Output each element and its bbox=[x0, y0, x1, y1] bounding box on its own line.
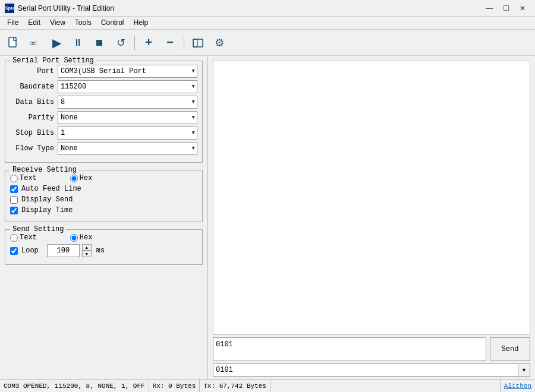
loop-checkbox[interactable] bbox=[10, 247, 18, 255]
baudrate-select-wrapper: 115200 9600 19200 38400 57600 bbox=[58, 80, 197, 93]
receive-display-area[interactable] bbox=[213, 61, 530, 335]
send-area: 0101 Send ▼ bbox=[213, 337, 530, 377]
alithon-link[interactable]: Alithon bbox=[501, 381, 535, 391]
new-doc-button[interactable] bbox=[4, 33, 24, 52]
combo-dropdown-button[interactable]: ▼ bbox=[518, 363, 530, 377]
flowtype-label: Flow Type bbox=[10, 144, 58, 153]
pause-button[interactable]: ⏸ bbox=[68, 33, 88, 52]
title-bar: Spu Serial Port Utility - Trial Edition … bbox=[0, 0, 535, 17]
port-row: Port COM3(USB Serial Port COM1 COM2 bbox=[10, 65, 197, 78]
serial-port-setting-title: Serial Port Setting bbox=[10, 56, 96, 65]
port-status-segment: COM3 OPENED, 115200, 8, NONE, 1, OFF bbox=[0, 380, 149, 392]
rx-status-text: Rx: 0 Bytes bbox=[153, 382, 196, 390]
port-select-wrapper: COM3(USB Serial Port COM1 COM2 bbox=[58, 65, 197, 78]
maximize-button[interactable]: ☐ bbox=[498, 3, 514, 14]
baudrate-label: Baudrate bbox=[10, 83, 58, 91]
receive-text-label: Text bbox=[20, 174, 37, 182]
send-button[interactable]: Send bbox=[490, 337, 530, 361]
parity-row: Parity None Odd Even Mark Space bbox=[10, 111, 197, 124]
send-text-radio-label[interactable]: Text bbox=[10, 233, 37, 242]
display-send-checkbox[interactable] bbox=[10, 196, 18, 204]
title-bar-controls: — ☐ ✕ bbox=[482, 3, 530, 14]
stopbits-row: Stop Bits 1 1.5 2 bbox=[10, 127, 197, 140]
parity-select-wrapper: None Odd Even Mark Space bbox=[58, 111, 197, 124]
stopbits-label: Stop Bits bbox=[10, 129, 58, 137]
tx-status-segment: Tx: 67,742 Bytes bbox=[200, 380, 270, 392]
receive-hex-radio-label[interactable]: Hex bbox=[70, 174, 93, 182]
auto-feed-label: Auto Feed Line bbox=[21, 185, 81, 193]
tx-status-text: Tx: 67,742 Bytes bbox=[203, 382, 266, 390]
display-time-label: Display Time bbox=[21, 206, 73, 214]
receive-hex-label: Hex bbox=[80, 174, 93, 182]
receive-text-radio[interactable] bbox=[10, 175, 18, 182]
display-send-label: Display Send bbox=[21, 195, 73, 204]
send-mode-group: Text Hex bbox=[10, 233, 92, 242]
settings-button[interactable]: ⚙ bbox=[209, 33, 229, 52]
menu-control[interactable]: Control bbox=[96, 18, 129, 28]
play-button[interactable]: ▶ bbox=[46, 33, 67, 52]
send-text-label: Text bbox=[20, 233, 37, 242]
send-text-radio[interactable] bbox=[10, 234, 18, 242]
flowtype-select[interactable]: None Hardware Software bbox=[58, 142, 197, 155]
databits-row: Data Bits 8 7 6 5 bbox=[10, 96, 197, 109]
main-content: Serial Port Setting Port COM3(USB Serial… bbox=[0, 56, 535, 379]
baudrate-row: Baudrate 115200 9600 19200 38400 57600 bbox=[10, 80, 197, 93]
port-select[interactable]: COM3(USB Serial Port COM1 COM2 bbox=[58, 65, 197, 78]
window-button[interactable] bbox=[188, 33, 208, 52]
loop-spin-buttons: ▲ ▼ bbox=[82, 244, 92, 257]
menu-view[interactable]: View bbox=[45, 18, 70, 28]
menu-tools[interactable]: Tools bbox=[70, 18, 96, 28]
databits-select[interactable]: 8 7 6 5 bbox=[58, 96, 197, 109]
loop-spin-up[interactable]: ▲ bbox=[82, 244, 92, 251]
send-setting-title: Send Setting bbox=[10, 225, 66, 233]
svg-rect-0 bbox=[9, 37, 16, 47]
send-hex-label: Hex bbox=[80, 233, 93, 242]
send-textarea[interactable]: 0101 bbox=[213, 337, 486, 361]
right-panel: 0101 Send ▼ bbox=[208, 56, 535, 379]
send-mode-row: Text Hex bbox=[10, 233, 197, 242]
add-button[interactable]: + bbox=[139, 33, 159, 52]
port-status-text: COM3 OPENED, 115200, 8, NONE, 1, OFF bbox=[4, 382, 145, 390]
flowtype-select-wrapper: None Hardware Software bbox=[58, 142, 197, 155]
toolbar-separator2 bbox=[184, 36, 184, 50]
refresh-button[interactable]: ↺ bbox=[111, 33, 131, 52]
minimize-button[interactable]: — bbox=[482, 3, 497, 14]
send-hex-radio-label[interactable]: Hex bbox=[70, 233, 93, 242]
menu-file[interactable]: File bbox=[2, 18, 23, 28]
display-time-row: Display Time bbox=[10, 206, 197, 214]
stopbits-select[interactable]: 1 1.5 2 bbox=[58, 127, 197, 140]
stopbits-select-wrapper: 1 1.5 2 bbox=[58, 127, 197, 140]
left-panel: Serial Port Setting Port COM3(USB Serial… bbox=[0, 56, 208, 379]
rx-status-segment: Rx: 0 Bytes bbox=[149, 380, 200, 392]
combo-row: ▼ bbox=[213, 363, 530, 377]
send-setting-group: Send Setting Text Hex Loop bbox=[5, 229, 203, 265]
app-icon: Spu bbox=[5, 4, 14, 13]
receive-setting-group: Receive Setting Text Hex Auto Feed Line bbox=[5, 170, 203, 222]
toolbar-separator bbox=[134, 36, 135, 50]
menu-bar: File Edit View Tools Control Help bbox=[0, 17, 535, 30]
parity-select[interactable]: None Odd Even Mark Space bbox=[58, 111, 197, 124]
auto-feed-checkbox[interactable] bbox=[10, 185, 18, 193]
baudrate-select[interactable]: 115200 9600 19200 38400 57600 bbox=[58, 80, 197, 93]
display-time-checkbox[interactable] bbox=[10, 207, 18, 214]
loop-spin-down[interactable]: ▼ bbox=[82, 251, 92, 257]
flowtype-row: Flow Type None Hardware Software bbox=[10, 142, 197, 155]
app-title: Serial Port Utility - Trial Edition bbox=[18, 4, 114, 12]
loop-spin-wrapper: ▲ ▼ ms bbox=[47, 244, 105, 257]
empty-status-segment bbox=[270, 380, 501, 392]
serial-button[interactable]: ∞ bbox=[25, 33, 45, 52]
menu-edit[interactable]: Edit bbox=[23, 18, 45, 28]
loop-label: Loop bbox=[21, 246, 39, 255]
receive-text-radio-label[interactable]: Text bbox=[10, 174, 37, 182]
send-input-row: 0101 Send bbox=[213, 337, 530, 361]
stop-button[interactable]: ⏹ bbox=[89, 33, 109, 52]
menu-help[interactable]: Help bbox=[129, 18, 153, 28]
minus-button[interactable]: − bbox=[160, 33, 180, 52]
serial-port-setting-group: Serial Port Setting Port COM3(USB Serial… bbox=[5, 61, 203, 163]
receive-hex-radio[interactable] bbox=[70, 175, 78, 182]
combo-input[interactable] bbox=[213, 363, 518, 377]
send-hex-radio[interactable] bbox=[70, 234, 78, 242]
display-send-row: Display Send bbox=[10, 195, 197, 204]
close-button[interactable]: ✕ bbox=[515, 3, 530, 14]
loop-spin-input[interactable] bbox=[47, 244, 80, 257]
